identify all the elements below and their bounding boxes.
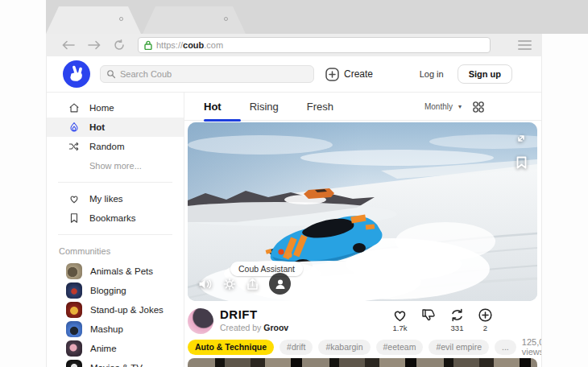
coub-assistant-avatar[interactable] (269, 273, 291, 295)
sidebar-item-my-likes[interactable]: My likes (47, 189, 184, 208)
community-avatar (66, 321, 82, 337)
tag-pill[interactable]: #drift (280, 340, 313, 355)
layout-grid-icon[interactable] (472, 101, 485, 113)
community-avatar (66, 302, 82, 318)
volume-icon[interactable] (198, 278, 213, 291)
tab-close-icon[interactable] (119, 17, 123, 21)
url-text: https://coub.com (156, 40, 223, 50)
plus-circle-icon (478, 308, 492, 322)
like-count: 1.7k (393, 324, 408, 332)
home-icon (68, 102, 80, 113)
browser-toolbar: https://coub.com (46, 34, 542, 56)
player-controls (198, 273, 291, 295)
sidebar-item-hot[interactable]: Hot (47, 118, 184, 137)
tag-pill[interactable]: #kabargin (318, 340, 370, 355)
sidebar-item-label: Random (89, 142, 124, 151)
views-count: 125,038 views (522, 337, 542, 357)
tags-row: Auto & Technique #drift #kabargin #eetea… (188, 337, 537, 357)
settings-gear-icon[interactable] (223, 278, 236, 291)
coub-video-player[interactable]: Coub Assistant (188, 122, 537, 301)
site-body: Home Hot Random Show more... My li (47, 93, 541, 367)
search-box[interactable] (100, 65, 314, 83)
community-label: Anime (90, 344, 117, 353)
sidebar-item-label: My likes (89, 194, 123, 204)
login-button[interactable]: Log in (420, 69, 444, 79)
community-label: Animals & Pets (90, 266, 153, 276)
add-to-button[interactable]: 2 (478, 308, 492, 332)
tag-pill[interactable]: #evil empire (429, 340, 489, 355)
browser-tab-active[interactable] (46, 6, 141, 34)
period-label: Monthly (424, 102, 453, 111)
community-item-blogging[interactable]: Blogging (47, 281, 184, 300)
community-label: Movies & TV (90, 363, 143, 367)
community-label: Blogging (90, 286, 126, 295)
tab-fresh[interactable]: Fresh (307, 101, 333, 113)
community-label: Mashup (90, 324, 123, 334)
active-tab-underline (204, 119, 241, 122)
video-stats: 1.7k 331 2 (392, 308, 492, 332)
search-icon (106, 69, 116, 79)
reload-icon[interactable] (114, 39, 125, 51)
back-icon[interactable] (62, 40, 75, 50)
more-tags-pill[interactable]: ... (495, 340, 516, 355)
community-avatar (66, 360, 82, 367)
sidebar-item-label: Hot (89, 122, 105, 132)
community-item-mashup[interactable]: Mashup (47, 320, 184, 339)
sidebar: Home Hot Random Show more... My li (47, 93, 184, 367)
community-avatar (66, 263, 82, 279)
author-avatar[interactable] (188, 308, 213, 334)
search-input[interactable] (120, 69, 308, 79)
browser-tab-band (46, 0, 588, 34)
coub-logo[interactable] (63, 60, 90, 88)
community-item-movies-tv[interactable]: Movies & TV (47, 358, 184, 367)
share-icon[interactable] (246, 278, 259, 291)
forward-icon[interactable] (88, 40, 101, 50)
tab-hot[interactable]: Hot (204, 101, 222, 113)
communities-section-label: Communities (47, 241, 184, 262)
tab-close-icon[interactable] (224, 17, 228, 21)
browser-tab-inactive[interactable] (143, 6, 246, 34)
sidebar-item-random[interactable]: Random (47, 137, 184, 156)
community-avatar (66, 340, 82, 357)
sidebar-item-bookmarks[interactable]: Bookmarks (47, 208, 184, 228)
period-dropdown[interactable]: Monthly ▾ (424, 93, 485, 121)
signup-button[interactable]: Sign up (458, 64, 512, 84)
bookmark-icon[interactable] (516, 156, 527, 169)
create-label: Create (344, 68, 373, 80)
recoub-count: 331 (451, 324, 464, 332)
main-content: Hot Rising Fresh Monthly ▾ (184, 93, 541, 367)
category-pill[interactable]: Auto & Technique (188, 340, 274, 355)
coub-site: Create Log in Sign up Home Hot (46, 56, 542, 367)
thumbs-down-icon (421, 308, 436, 322)
create-button[interactable]: Create (325, 68, 373, 81)
community-avatar (66, 282, 82, 299)
sidebar-divider (58, 182, 172, 183)
bookmark-icon (68, 212, 80, 224)
sidebar-item-label: Bookmarks (89, 213, 136, 223)
like-button[interactable]: 1.7k (392, 308, 408, 332)
plus-box-icon (325, 68, 339, 81)
feed-tabs: Hot Rising Fresh Monthly ▾ (184, 93, 541, 121)
dislike-button[interactable] (421, 308, 436, 332)
video-byline: Created by Groov (220, 323, 288, 332)
community-item-standup-jokes[interactable]: Stand-up & Jokes (47, 300, 184, 320)
lock-icon (144, 40, 152, 50)
recoub-icon (449, 308, 465, 322)
site-header: Create Log in Sign up (47, 56, 541, 93)
tag-pill[interactable]: #eeteam (376, 340, 424, 355)
fullscreen-icon[interactable] (515, 132, 528, 145)
author-link[interactable]: Groov (263, 323, 288, 332)
community-item-animals-pets[interactable]: Animals & Pets (47, 262, 184, 281)
sidebar-divider (58, 234, 172, 235)
heart-icon (392, 308, 408, 322)
chevron-down-icon: ▾ (458, 103, 462, 110)
next-video-thumbnail[interactable] (188, 358, 537, 367)
sidebar-item-home[interactable]: Home (47, 98, 184, 118)
url-bar[interactable]: https://coub.com (138, 37, 491, 53)
community-item-anime[interactable]: Anime (47, 339, 184, 358)
menu-icon[interactable] (518, 40, 532, 50)
recoub-button[interactable]: 331 (449, 308, 465, 332)
tab-rising[interactable]: Rising (250, 101, 279, 113)
show-more-link[interactable]: Show more... (47, 156, 184, 175)
community-label: Stand-up & Jokes (90, 305, 164, 315)
